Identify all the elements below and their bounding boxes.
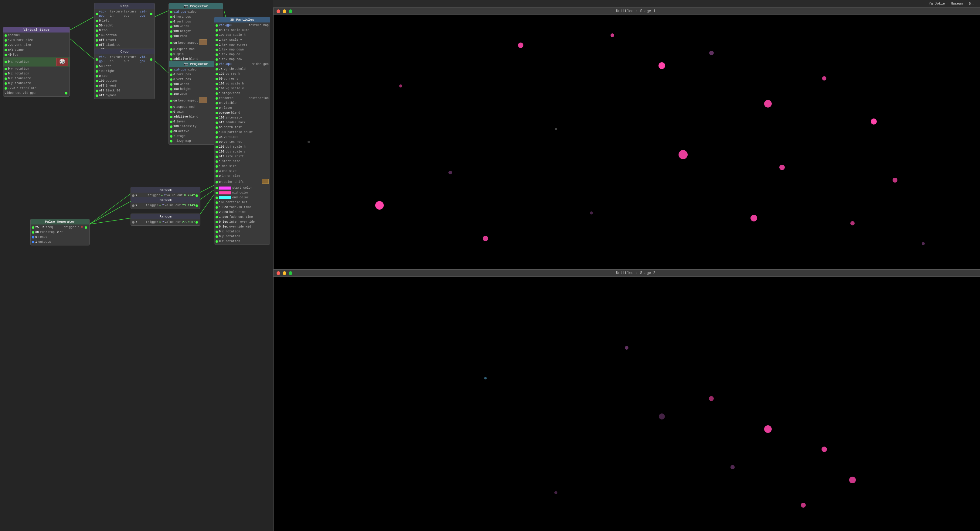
output-label: video out vid-gpu bbox=[5, 91, 35, 96]
v: 90 bbox=[219, 77, 223, 81]
dot bbox=[32, 236, 34, 238]
dot bbox=[170, 135, 172, 138]
dot bbox=[170, 16, 172, 18]
row-label: keep aspect bbox=[178, 41, 198, 45]
v: 100 bbox=[219, 201, 224, 205]
dot bbox=[216, 192, 218, 194]
dot bbox=[216, 221, 218, 223]
maximize-button-2[interactable] bbox=[289, 271, 292, 275]
dot bbox=[95, 80, 98, 82]
minimize-button[interactable] bbox=[283, 10, 286, 13]
node-row: offsize shift bbox=[214, 154, 270, 159]
dot bbox=[216, 235, 218, 238]
row-label: y rotation bbox=[11, 67, 29, 71]
row-value: 0 bbox=[8, 81, 10, 86]
row-label: channel bbox=[8, 33, 21, 38]
dot bbox=[216, 58, 218, 61]
row-value: 100 bbox=[173, 34, 179, 38]
row-label-right: texture out bbox=[124, 10, 139, 18]
row-value: 100 bbox=[99, 79, 105, 83]
row-value: 720 bbox=[8, 43, 13, 47]
node-row: 0z rotation bbox=[214, 239, 270, 244]
reset-value: 0 bbox=[35, 235, 37, 239]
node-row: vid-gpu texture in texture out vid-gpu bbox=[94, 10, 154, 19]
maximize-button[interactable] bbox=[289, 10, 292, 13]
dot bbox=[32, 226, 34, 229]
vid-gpu-label: vid-gpu bbox=[99, 10, 109, 18]
node-row: 100 bottom bbox=[94, 33, 154, 38]
l: blend bbox=[231, 111, 240, 115]
node-row: 0 z rotation bbox=[3, 72, 70, 76]
l: end color bbox=[232, 196, 249, 200]
node-row: onvisible bbox=[214, 101, 270, 106]
value-label: value out bbox=[165, 220, 181, 225]
node-row: channel bbox=[3, 33, 70, 38]
row-label: y translate bbox=[11, 81, 31, 86]
row-label-right: texture out bbox=[124, 55, 139, 64]
particle bbox=[659, 62, 665, 69]
l: override wid bbox=[229, 225, 251, 229]
particle bbox=[780, 165, 785, 170]
random-node-2: Random X trigger ✳ ? value out 23.1143 bbox=[130, 197, 200, 209]
x-val: X bbox=[135, 204, 137, 208]
dot bbox=[170, 26, 172, 28]
v: 100 bbox=[219, 33, 224, 37]
crop-1-content: vid-gpu texture in texture out vid-gpu 0… bbox=[94, 9, 154, 53]
row-value: on bbox=[173, 99, 177, 103]
row-value: 0 bbox=[173, 105, 175, 109]
dot bbox=[216, 126, 218, 129]
particle bbox=[850, 221, 854, 225]
l: vg threshold bbox=[224, 67, 246, 72]
row-value: 0 bbox=[99, 29, 101, 33]
dot bbox=[170, 93, 172, 96]
close-button-2[interactable] bbox=[277, 271, 280, 275]
node-row: 1 Secfade-out time bbox=[214, 215, 270, 220]
dot bbox=[95, 29, 98, 32]
dot bbox=[216, 131, 218, 134]
trigger-out: trigger 1 bbox=[64, 225, 80, 230]
v: 90 bbox=[219, 140, 223, 144]
pulse-gen-content: 25 Hz freq trigger 1 X on run/stop ⚙ 〜 bbox=[31, 225, 89, 245]
node-row: 3end size bbox=[214, 169, 270, 174]
node-row: 90vg res v bbox=[214, 77, 270, 81]
row-value: 100 bbox=[173, 92, 179, 96]
color-thumb bbox=[199, 97, 207, 105]
crop-node-1: Crop vid-gpu texture in texture out vid-… bbox=[94, 3, 155, 53]
row-label: aspect mod bbox=[177, 47, 195, 52]
node-row: X trigger ✳ ? value out 27.4067 bbox=[131, 220, 200, 225]
row-label: top bbox=[102, 74, 107, 78]
particle bbox=[679, 150, 688, 159]
row-label: height bbox=[180, 87, 191, 91]
question-icon: ? bbox=[162, 204, 164, 208]
row-label: width bbox=[180, 25, 189, 29]
x-btn[interactable]: X bbox=[81, 225, 83, 230]
node-row: 100obj scale v bbox=[214, 150, 270, 154]
l: vg scale h bbox=[226, 82, 244, 86]
close-button[interactable] bbox=[277, 10, 280, 13]
row-label: stage bbox=[177, 134, 186, 139]
out-port bbox=[196, 221, 198, 223]
v: 0 bbox=[219, 239, 221, 244]
node-row: 1mid size bbox=[214, 164, 270, 169]
node-row: 50 right bbox=[94, 23, 154, 28]
l: vg scale v bbox=[226, 86, 244, 91]
dot bbox=[216, 151, 218, 153]
freq-value: 25 Hz bbox=[35, 225, 45, 230]
row-label: active bbox=[178, 129, 189, 134]
node-row: 36vertices bbox=[214, 135, 270, 140]
l: particle brt bbox=[226, 201, 247, 205]
particle bbox=[730, 465, 735, 469]
row-value: 0 bbox=[99, 19, 101, 23]
patch-canvas[interactable]: Virtual Stage channel 1280 horz size 720 bbox=[0, 0, 273, 531]
dot bbox=[95, 13, 98, 15]
dot bbox=[216, 181, 218, 183]
v: 1 bbox=[219, 43, 221, 47]
node-row: 25 Hz freq trigger 1 X bbox=[31, 225, 89, 230]
node-row: 0 reset bbox=[31, 235, 89, 240]
row-label: z rotation bbox=[11, 72, 29, 76]
minimize-button-2[interactable] bbox=[283, 271, 286, 275]
node-row: X trigger ✳ ? value out 23.1143 bbox=[131, 203, 200, 208]
row-label: right bbox=[104, 24, 113, 28]
row-value: 100 bbox=[173, 124, 179, 129]
row-value: off bbox=[99, 43, 105, 47]
